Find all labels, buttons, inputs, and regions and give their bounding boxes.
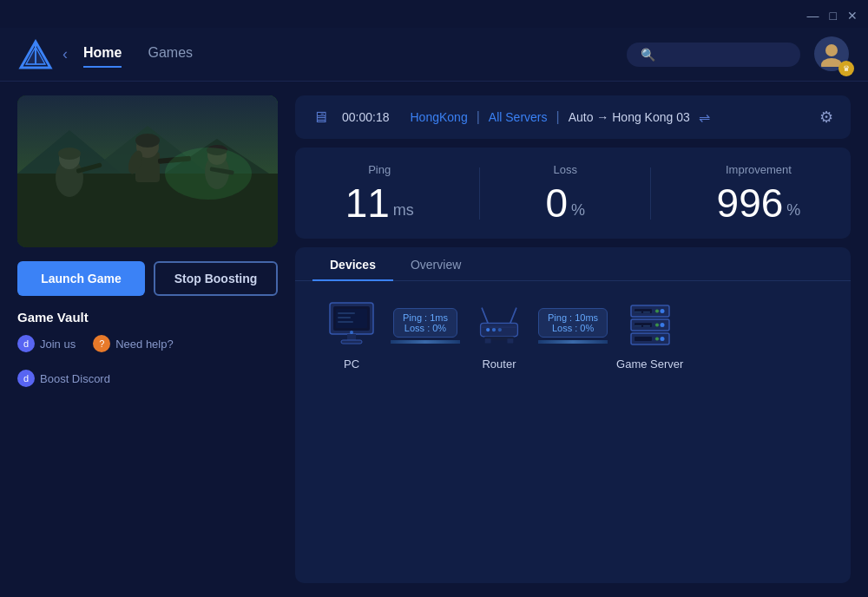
titlebar: — □ ✕ [0, 0, 868, 28]
svg-point-44 [498, 327, 502, 331]
wire-router-server [538, 341, 608, 343]
router-device: Router [469, 298, 529, 371]
loss-label: Loss [545, 163, 585, 176]
action-buttons: Launch Game Stop Boosting [17, 261, 278, 296]
improvement-metric: Improvement 996 % [717, 163, 801, 223]
search-input[interactable] [661, 48, 786, 61]
server-info: HongKong | All Servers | Auto → Hong Kon… [411, 109, 710, 126]
crown-badge: ♛ [838, 61, 854, 76]
server-icon [624, 301, 676, 349]
router-label: Router [482, 358, 516, 371]
ping-value: 11 ms [345, 183, 414, 223]
avatar-area: ♛ [814, 36, 851, 73]
main-content: Launch Game Stop Boosting Game Vault d J… [0, 82, 868, 597]
community-links: d Join us ? Need help? d Boost Discord [17, 335, 278, 387]
ping-metric: Ping 11 ms [345, 163, 414, 223]
search-bar[interactable]: 🔍 [627, 43, 800, 67]
svg-rect-35 [338, 321, 353, 323]
devices-tabs: Devices Overview [295, 247, 851, 281]
servers-link[interactable]: All Servers [489, 110, 548, 124]
svg-point-57 [655, 337, 659, 340]
monitor-icon: 🖥 [312, 108, 328, 127]
svg-rect-40 [485, 338, 491, 343]
router-ping-stat: Ping : 10ms Loss : 0% [538, 308, 608, 338]
nav-games[interactable]: Games [148, 45, 193, 64]
pc-icon [326, 301, 378, 349]
svg-rect-61 [643, 325, 650, 327]
discord-boost-icon: d [17, 370, 35, 387]
need-help-link[interactable]: ? Need help? [93, 335, 174, 352]
ping-unit: ms [393, 202, 414, 218]
svg-rect-60 [635, 325, 641, 327]
discord-icon: d [17, 335, 35, 352]
svg-point-43 [492, 327, 496, 331]
metrics-panel: Ping 11 ms Loss 0 % Improvement 996 % [295, 148, 851, 239]
svg-rect-45 [482, 326, 516, 327]
launch-game-button[interactable]: Launch Game [17, 261, 145, 296]
game-art [17, 95, 278, 247]
swap-icon[interactable]: ⇌ [699, 109, 710, 126]
divider1 [479, 167, 480, 220]
settings-icon[interactable]: ⚙ [819, 108, 833, 127]
tab-overview[interactable]: Overview [393, 247, 478, 280]
separator2: | [556, 109, 560, 125]
stats-bar: 🖥 00:00:18 HongKong | All Servers | Auto… [295, 95, 851, 139]
svg-point-51 [655, 309, 659, 312]
region-link[interactable]: HongKong [411, 110, 468, 124]
svg-point-32 [350, 331, 353, 334]
pc-ping-stat: Ping : 1ms Loss : 0% [393, 308, 457, 338]
window-controls: — □ ✕ [807, 9, 858, 23]
svg-point-42 [486, 327, 490, 331]
minimize-button[interactable]: — [807, 9, 819, 23]
svg-point-26 [165, 148, 252, 200]
join-us-link[interactable]: d Join us [17, 335, 76, 352]
router-icon [473, 301, 525, 349]
svg-rect-33 [338, 312, 355, 314]
svg-rect-59 [643, 312, 650, 313]
need-help-label: Need help? [115, 338, 174, 351]
svg-line-37 [510, 308, 516, 323]
devices-panel: Devices Overview [295, 247, 851, 583]
pc-label: PC [344, 358, 359, 371]
nav-links: Home Games [83, 45, 193, 64]
separator1: | [477, 109, 480, 125]
loss-unit: % [571, 202, 585, 218]
left-panel: Launch Game Stop Boosting Game Vault d J… [17, 95, 278, 583]
svg-point-56 [660, 337, 664, 341]
server-route: Auto → Hong Kong 03 [569, 110, 690, 124]
right-panel: 🖥 00:00:18 HongKong | All Servers | Auto… [295, 95, 851, 583]
svg-point-4 [825, 44, 838, 56]
boost-discord-link[interactable]: d Boost Discord [17, 370, 110, 387]
stop-boosting-button[interactable]: Stop Boosting [154, 261, 278, 296]
app-logo [17, 38, 54, 71]
join-us-label: Join us [40, 338, 76, 351]
conn-router-server: Ping : 10ms Loss : 0% [538, 308, 608, 343]
svg-line-36 [482, 308, 488, 323]
svg-point-50 [660, 309, 664, 313]
conn-pc-router: Ping : 1ms Loss : 0% [391, 308, 460, 343]
improvement-value: 996 % [717, 183, 801, 223]
devices-content: PC Ping : 1ms Loss : 0% [295, 281, 851, 388]
tab-devices[interactable]: Devices [312, 247, 393, 280]
router-icon-wrap [469, 298, 529, 351]
svg-rect-58 [635, 312, 641, 313]
server-icon-wrap [620, 298, 681, 351]
game-thumbnail [17, 95, 278, 247]
game-vault-section: Game Vault d Join us ? Need help? d Boos… [17, 310, 278, 387]
close-button[interactable]: ✕ [847, 9, 858, 23]
svg-point-53 [660, 323, 664, 327]
divider2 [650, 167, 651, 220]
loss-metric: Loss 0 % [545, 163, 585, 223]
svg-rect-34 [338, 317, 351, 318]
wire-pc-router [391, 341, 460, 343]
svg-point-19 [135, 134, 160, 148]
pc-device: PC [321, 298, 382, 371]
loss-value: 0 % [545, 183, 585, 223]
improvement-label: Improvement [717, 163, 801, 176]
improvement-unit: % [786, 202, 800, 218]
nav-home[interactable]: Home [83, 45, 122, 64]
maximize-button[interactable]: □ [830, 9, 837, 23]
header: ‹ Home Games 🔍 ♛ [0, 28, 868, 82]
back-button[interactable]: ‹ [62, 45, 68, 63]
pc-icon-wrap [321, 298, 382, 351]
